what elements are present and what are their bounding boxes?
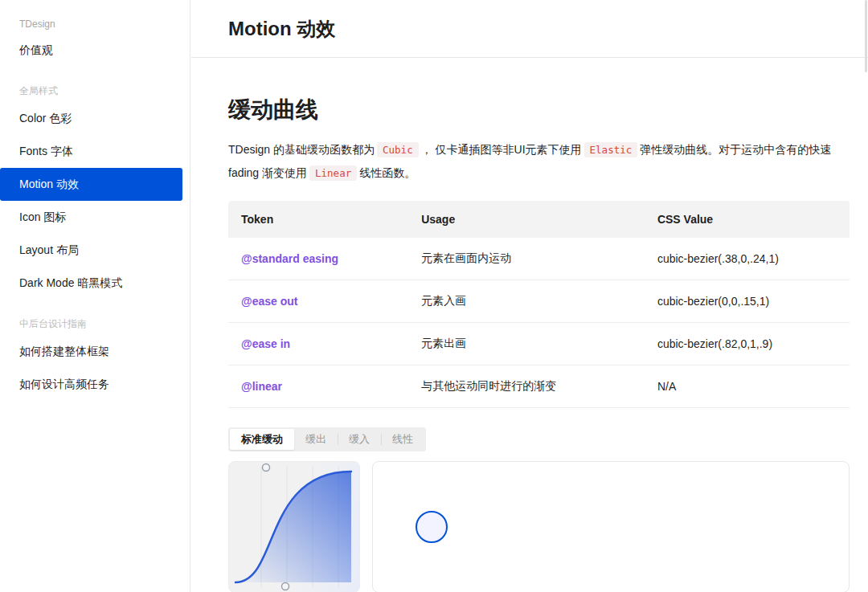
desc-text: 线性函数。 bbox=[359, 166, 416, 179]
tab-ease-in[interactable]: 缓入 bbox=[338, 429, 381, 450]
main-content: Motion 动效 缓动曲线 TDesign 的基础缓动函数都为Cubic， 仅… bbox=[191, 0, 868, 592]
page-header: Motion 动效 bbox=[191, 0, 868, 58]
column-header-token: Token bbox=[228, 201, 408, 238]
table-header-row: Token Usage CSS Value bbox=[228, 201, 850, 238]
token-link-linear[interactable]: @linear bbox=[241, 380, 282, 393]
animation-stage[interactable] bbox=[372, 461, 850, 592]
column-header-css-value: CSS Value bbox=[645, 201, 850, 238]
css-value-cell: cubic-bezier(.82,0,1,.9) bbox=[645, 323, 850, 365]
curve-handle-top[interactable] bbox=[263, 464, 270, 472]
sidebar-item-motion[interactable]: Motion 动效 bbox=[0, 168, 182, 201]
usage-cell: 元素出画 bbox=[408, 323, 645, 365]
table-row: @linear 与其他运动同时进行的渐变 N/A bbox=[228, 365, 850, 408]
bezier-curve-editor[interactable] bbox=[228, 461, 360, 592]
token-link-ease-in[interactable]: @ease in bbox=[241, 337, 290, 350]
bezier-curve-preview bbox=[229, 462, 359, 592]
easing-tabs: 标准缓动 缓出 缓入 线性 bbox=[228, 427, 426, 451]
css-value-cell: N/A bbox=[645, 365, 850, 408]
usage-cell: 元素在画面内运动 bbox=[408, 238, 645, 280]
animation-ball bbox=[416, 511, 448, 543]
sidebar-group-guide: 中后台设计指南 bbox=[0, 304, 190, 335]
sidebar: TDesign 价值观 全局样式 Color 色彩 Fonts 字体 Motio… bbox=[0, 0, 190, 592]
tab-linear[interactable]: 线性 bbox=[381, 429, 424, 450]
token-link-standard-easing[interactable]: @standard easing bbox=[241, 252, 338, 265]
page-title: Motion 动效 bbox=[228, 16, 335, 42]
sidebar-item-color[interactable]: Color 色彩 bbox=[0, 102, 190, 135]
token-link-ease-out[interactable]: @ease out bbox=[241, 295, 297, 308]
table-row: @ease out 元素入画 cubic-bezier(0,0,.15,1) bbox=[228, 280, 850, 323]
curve-handle-bottom[interactable] bbox=[282, 583, 289, 590]
usage-cell: 与其他运动同时进行的渐变 bbox=[408, 365, 645, 408]
code-chip-elastic: Elastic bbox=[584, 142, 638, 157]
code-chip-cubic: Cubic bbox=[377, 142, 419, 157]
brand-logo: TDesign bbox=[0, 14, 190, 34]
css-value-cell: cubic-bezier(.38,0,.24,1) bbox=[645, 238, 850, 280]
sidebar-item-values[interactable]: 价值观 bbox=[0, 34, 190, 67]
scrollbar-thumb[interactable] bbox=[865, 0, 867, 72]
table-row: @standard easing 元素在画面内运动 cubic-bezier(.… bbox=[228, 238, 850, 280]
section-title: 缓动曲线 bbox=[228, 95, 850, 125]
desc-text: TDesign 的基础缓动函数都为 bbox=[228, 143, 375, 156]
css-value-cell: cubic-bezier(0,0,.15,1) bbox=[645, 280, 850, 323]
usage-cell: 元素入画 bbox=[408, 280, 645, 323]
easing-demo bbox=[228, 461, 850, 592]
sidebar-item-framework[interactable]: 如何搭建整体框架 bbox=[0, 335, 190, 368]
sidebar-item-icon[interactable]: Icon 图标 bbox=[0, 201, 190, 234]
tab-standard-easing[interactable]: 标准缓动 bbox=[230, 429, 294, 450]
tab-ease-out[interactable]: 缓出 bbox=[294, 429, 338, 450]
sidebar-item-fonts[interactable]: Fonts 字体 bbox=[0, 135, 190, 168]
sidebar-group-global-styles: 全局样式 bbox=[0, 71, 190, 102]
column-header-usage: Usage bbox=[408, 201, 645, 238]
easing-table: Token Usage CSS Value @standard easing 元… bbox=[228, 201, 850, 408]
description-paragraph: TDesign 的基础缓动函数都为Cubic， 仅卡通插图等非UI元素下使用El… bbox=[228, 138, 850, 185]
code-chip-linear: Linear bbox=[309, 165, 357, 181]
table-row: @ease in 元素出画 cubic-bezier(.82,0,1,.9) bbox=[228, 323, 850, 365]
sidebar-item-tasks[interactable]: 如何设计高频任务 bbox=[0, 368, 190, 401]
sidebar-item-layout[interactable]: Layout 布局 bbox=[0, 234, 190, 267]
desc-text: ， 仅卡通插图等非UI元素下使用 bbox=[421, 143, 582, 156]
sidebar-item-dark-mode[interactable]: Dark Mode 暗黑模式 bbox=[0, 267, 190, 300]
